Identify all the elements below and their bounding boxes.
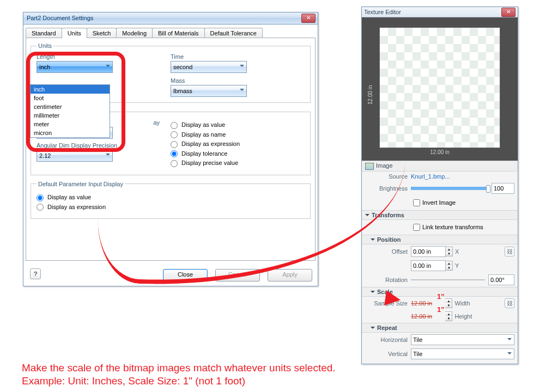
tab-standard[interactable]: Standard <box>26 28 62 38</box>
annotation-arrow-head <box>384 290 409 309</box>
tab-modeling[interactable]: Modeling <box>116 28 153 38</box>
radio-param-value[interactable]: Display as value <box>37 194 91 200</box>
radio-display-tolerance[interactable]: Display tolerance <box>171 150 227 157</box>
dialog-buttons: Close Cancel Apply <box>23 265 318 286</box>
chevron-down-icon <box>240 65 244 69</box>
close-icon[interactable]: ✕ <box>501 8 515 17</box>
length-value: inch <box>39 64 50 70</box>
axis-y-label: Y <box>455 262 459 269</box>
spinner-buttons[interactable]: ▲▼ <box>446 247 453 256</box>
texture-editor-titlebar: Texture Editor ✕ <box>362 7 518 17</box>
length-combo[interactable]: inch <box>37 61 113 73</box>
close-icon[interactable]: ✕ <box>301 14 316 23</box>
tab-default-tolerance[interactable]: Default Tolerance <box>204 28 263 38</box>
scale-width-new: 1" <box>437 292 444 301</box>
rotation-label: Rotation <box>365 277 408 283</box>
radio-param-expression[interactable]: Display as expression <box>37 204 106 210</box>
scale-width-old: 12.00 in <box>411 300 436 307</box>
radio-display-name[interactable]: Display as name <box>171 131 226 138</box>
chevron-down-icon <box>106 154 110 158</box>
chevron-down-icon <box>507 352 512 357</box>
source-label: Source <box>365 173 408 180</box>
help-icon[interactable]: ? <box>30 268 41 279</box>
axis-bottom-label: 12.00 in <box>373 149 507 155</box>
transforms-header[interactable]: Transforms <box>362 210 518 220</box>
spinner-buttons[interactable]: ▲▼ <box>445 298 452 308</box>
image-icon <box>365 163 374 170</box>
texture-preview <box>379 27 500 148</box>
param-input-legend: Default Parameter Input Display <box>37 181 125 187</box>
invert-image-label: Invert Image <box>422 199 456 206</box>
offset-label: Offset <box>365 248 408 255</box>
source-link[interactable]: Knurl_1.bmp... <box>411 173 450 180</box>
spinner-buttons[interactable]: ▲▼ <box>445 311 452 321</box>
dialog-title: Part2 Document Settings <box>26 13 301 24</box>
mass-value: lbmass <box>173 88 192 94</box>
brightness-label: Brightness <box>365 185 408 192</box>
chevron-down-icon <box>106 65 110 69</box>
repeat-v-select[interactable]: Tile <box>411 348 514 359</box>
length-option-foot[interactable]: foot <box>31 94 110 102</box>
close-button[interactable]: Close <box>163 269 208 281</box>
length-option-micron[interactable]: micron <box>31 128 110 137</box>
tab-bill-of-materials[interactable]: Bill of Materials <box>152 28 205 38</box>
brightness-value[interactable] <box>492 183 514 194</box>
chevron-down-icon <box>507 338 512 342</box>
tab-strip: StandardUnitsSketchModelingBill of Mater… <box>26 28 318 38</box>
source-row: Source Knurl_1.bmp... <box>362 171 518 181</box>
texture-editor-title: Texture Editor <box>364 7 501 17</box>
scale-height-old: 12.00 in <box>411 313 436 320</box>
document-settings-dialog: Part2 Document Settings ✕ StandardUnitsS… <box>23 12 318 286</box>
offset-x-input[interactable] <box>411 246 446 257</box>
length-option-meter[interactable]: meter <box>31 120 110 128</box>
rotation-value[interactable] <box>488 274 514 285</box>
cancel-button: Cancel <box>215 269 260 281</box>
dialog-titlebar: Part2 Document Settings ✕ <box>23 13 318 24</box>
annotation-text: Make the scale of the bitmap images matc… <box>22 362 336 388</box>
axis-left-label: 12.00 in <box>367 85 373 105</box>
repeat-h-select[interactable]: Tile <box>411 334 514 345</box>
invert-image-checkbox[interactable] <box>413 199 420 206</box>
link-icon[interactable]: ⛓ <box>505 298 514 308</box>
radio-display-expression[interactable]: Display as expression <box>171 140 240 147</box>
time-value: second <box>173 64 192 70</box>
scale-height-new: 1" <box>437 305 444 314</box>
position-header[interactable]: Position <box>362 235 518 244</box>
angular-precision-value: 2.12 <box>39 152 51 159</box>
link-transforms-checkbox[interactable] <box>413 224 420 231</box>
axis-x-label: X <box>455 248 459 255</box>
repeat-header[interactable]: Repeat <box>362 323 518 333</box>
height-caption: Height <box>454 313 472 320</box>
rotation-slider[interactable] <box>411 276 485 284</box>
length-option-centimeter[interactable]: centimeter <box>31 102 110 111</box>
link-transforms-label: Link texture transforms <box>422 224 483 230</box>
radio-display-precise[interactable]: Display precise value <box>171 160 238 166</box>
length-label: Length <box>37 53 171 60</box>
radio-display-value[interactable]: Display as value <box>171 121 225 128</box>
angular-precision-combo[interactable]: 2.12 <box>37 150 113 162</box>
angular-precision-label: Angular Dim Display Precision <box>37 142 171 149</box>
tab-sketch[interactable]: Sketch <box>87 28 117 38</box>
texture-preview-area: 12.00 in 12.00 in <box>362 17 518 161</box>
image-group-header[interactable]: Image <box>362 161 518 171</box>
repeat-v-label: Vertical <box>365 351 408 357</box>
link-icon[interactable]: ⛓ <box>505 247 514 256</box>
units-legend: Units <box>37 42 53 49</box>
brightness-row: Brightness <box>362 181 518 195</box>
mass-label: Mass <box>171 77 305 84</box>
time-combo[interactable]: second <box>171 61 247 73</box>
time-label: Time <box>171 53 305 60</box>
brightness-slider[interactable] <box>411 185 488 192</box>
tab-units[interactable]: Units <box>62 28 87 38</box>
repeat-h-label: Horizontal <box>365 336 408 343</box>
chevron-down-icon <box>240 89 244 93</box>
length-option-inch[interactable]: inch <box>31 85 110 94</box>
offset-y-input[interactable] <box>411 260 446 271</box>
length-dropdown[interactable]: inchfootcentimetermillimetermetermicron <box>30 84 110 138</box>
mass-combo[interactable]: lbmass <box>171 85 247 97</box>
apply-button: Apply <box>268 269 312 281</box>
length-option-millimeter[interactable]: millimeter <box>31 111 110 120</box>
spinner-buttons[interactable]: ▲▼ <box>446 261 453 271</box>
width-caption: Width <box>454 300 470 307</box>
tab-page-units: Units Length inch Time second <box>26 38 316 261</box>
